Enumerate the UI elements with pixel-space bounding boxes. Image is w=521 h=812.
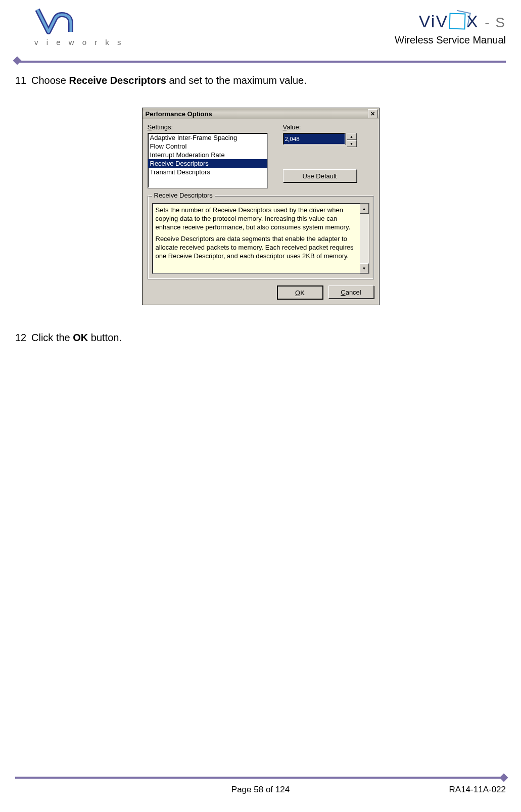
page-footer: Page 58 of 124 RA14-11A-022 [15,777,506,802]
step-text: Choose Receive Descriptors and set to th… [31,73,307,87]
value-spinner: ▲ ▼ [283,133,357,147]
header-rule [15,61,506,63]
list-item[interactable]: Transmit Descriptors [148,168,267,176]
step-11-post: and set to the maximum value. [166,75,307,86]
step-12: 12 Click the OK button. [15,330,506,345]
footer-rule [15,777,506,779]
vivix-logo-block: ViVX - S Wireless Service Manual [395,12,506,46]
use-default-label: Use Default [303,172,337,180]
performance-options-dialog: Performance Options ✕ Settings: Adaptive… [142,108,380,305]
description-p1: Sets the number of Receive Descriptors u… [156,206,357,231]
description-p2: Receive Descriptors are data segments th… [156,234,357,260]
page-number: Page 58 of 124 [15,785,506,795]
step-number: 12 [15,330,31,345]
step-12-post: button. [88,332,122,343]
step-12-bold: OK [73,332,88,343]
close-button[interactable]: ✕ [368,109,378,118]
dialog-body: Settings: Adaptive Inter-Frame Spacing F… [143,119,379,284]
description-text: Sets the number of Receive Descriptors u… [153,204,360,273]
spinner-up-button[interactable]: ▲ [347,133,357,140]
spinner-down-button[interactable]: ▼ [347,140,357,147]
scroll-track[interactable] [360,214,369,263]
step-text: Click the OK button. [31,330,122,345]
doc-title: Wireless Service Manual [395,34,506,46]
list-item[interactable]: Flow Control [148,142,267,151]
dialog-titlebar: Performance Options ✕ [143,108,379,119]
value-label: Value: [283,123,357,131]
scroll-down-icon[interactable]: ▼ [360,263,369,273]
vieworks-logo-text: v i e w o r k s [34,38,124,46]
doc-number: RA14-11A-022 [449,785,506,795]
ok-button[interactable]: OK [277,285,323,300]
page-header: v i e w o r k s ViVX - S Wireless Servic… [15,8,506,63]
page-content: 11 Choose Receive Descriptors and set to… [15,73,506,365]
settings-listbox[interactable]: Adaptive Inter-Frame Spacing Flow Contro… [148,133,268,188]
close-icon: ✕ [370,111,375,117]
list-item-selected[interactable]: Receive Descriptors [148,159,267,168]
step-number: 11 [15,73,31,87]
value-input[interactable] [283,133,346,145]
dialog-screenshot: Performance Options ✕ Settings: Adaptive… [15,108,506,305]
step-12-pre: Click the [31,332,73,343]
vieworks-logo: v i e w o r k s [34,8,124,46]
step-11-bold: Receive Descriptors [69,75,166,86]
vivix-logo: ViVX - S [395,12,506,31]
vivix-box-icon [449,13,466,29]
description-groupbox: Receive Descriptors Sets the number of R… [148,196,374,279]
header-rule-diamond-icon [13,57,22,65]
description-scrollbar[interactable]: ▲ ▼ [360,204,369,273]
step-11-pre: Choose [31,75,69,86]
dialog-title: Performance Options [146,110,212,118]
description-panel: Sets the number of Receive Descriptors u… [152,203,369,274]
footer-rule-diamond-icon [500,774,508,782]
scroll-up-icon[interactable]: ▲ [360,204,369,214]
cancel-button[interactable]: Cancel [328,285,374,299]
page: v i e w o r k s ViVX - S Wireless Servic… [0,0,521,812]
use-default-button[interactable]: Use Default [283,169,357,182]
list-item[interactable]: Interrupt Moderation Rate [148,151,267,159]
settings-label: Settings: [148,123,268,131]
groupbox-label: Receive Descriptors [152,192,215,199]
list-item[interactable]: Adaptive Inter-Frame Spacing [148,133,267,142]
dialog-footer: OK Cancel [143,284,379,305]
step-11: 11 Choose Receive Descriptors and set to… [15,73,506,87]
